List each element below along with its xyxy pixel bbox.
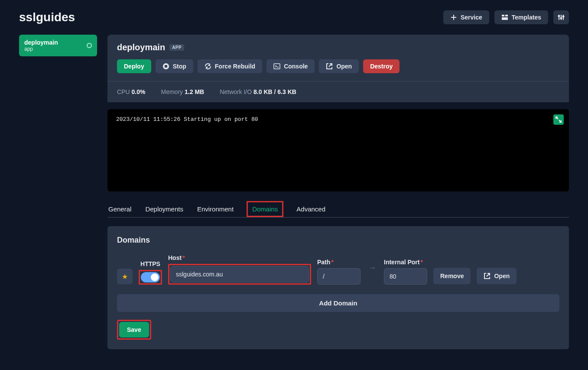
service-button[interactable]: Service bbox=[443, 10, 489, 24]
open-button[interactable]: Open bbox=[319, 59, 359, 73]
network-label: Network I/O bbox=[220, 88, 252, 95]
stop-button[interactable]: Stop bbox=[156, 59, 193, 73]
svg-point-4 bbox=[561, 18, 562, 19]
open-button-label: Open bbox=[336, 63, 352, 70]
cpu-value: 0.0% bbox=[132, 88, 146, 95]
templates-button[interactable]: Templates bbox=[494, 10, 548, 24]
templates-button-label: Templates bbox=[512, 14, 541, 21]
console-output: 2023/10/11 11:55:26 Starting up on port … bbox=[107, 109, 569, 191]
open-domain-button[interactable]: Open bbox=[477, 268, 517, 284]
star-icon: ★ bbox=[122, 273, 128, 281]
network-value: 8.0 KB / 6.3 KB bbox=[253, 88, 296, 95]
save-button[interactable]: Save bbox=[119, 322, 149, 338]
templates-icon bbox=[501, 14, 508, 21]
remove-domain-button[interactable]: Remove bbox=[433, 268, 471, 284]
status-indicator-icon bbox=[87, 43, 92, 48]
tab-environment[interactable]: Environment bbox=[196, 201, 234, 217]
expand-console-button[interactable] bbox=[553, 114, 564, 125]
tab-general[interactable]: General bbox=[107, 201, 132, 217]
app-badge: APP bbox=[169, 44, 184, 51]
host-label: Host* bbox=[168, 254, 311, 261]
sliders-icon bbox=[558, 14, 565, 21]
expand-icon bbox=[555, 116, 562, 123]
stats-bar: CPU0.0% Memory1.2 MB Network I/O8.0 KB /… bbox=[107, 81, 569, 102]
internal-port-input[interactable] bbox=[384, 268, 427, 285]
svg-rect-7 bbox=[165, 65, 167, 68]
tab-deployments[interactable]: Deployments bbox=[144, 201, 184, 217]
force-rebuild-label: Force Rebuild bbox=[215, 63, 255, 70]
svg-rect-0 bbox=[502, 15, 504, 16]
domains-heading: Domains bbox=[117, 236, 559, 245]
path-label: Path* bbox=[317, 259, 361, 266]
console-button-label: Console bbox=[284, 63, 308, 70]
svg-point-5 bbox=[563, 16, 564, 17]
path-input[interactable] bbox=[317, 268, 361, 285]
stop-button-label: Stop bbox=[173, 63, 186, 70]
settings-button[interactable] bbox=[553, 10, 569, 24]
destroy-button[interactable]: Destroy bbox=[363, 59, 400, 73]
https-toggle[interactable] bbox=[141, 272, 160, 282]
tab-advanced[interactable]: Advanced bbox=[296, 201, 326, 217]
sidebar-item-deploymain[interactable]: deploymain app bbox=[19, 35, 97, 56]
cpu-label: CPU bbox=[117, 88, 130, 95]
internal-port-label: Internal Port* bbox=[384, 259, 427, 266]
console-log-line: 2023/10/11 11:55:26 Starting up on port … bbox=[116, 116, 258, 123]
memory-value: 1.2 MB bbox=[185, 88, 204, 95]
tab-domains[interactable]: Domains bbox=[247, 201, 283, 217]
external-link-icon bbox=[326, 63, 333, 70]
console-icon bbox=[273, 63, 280, 70]
rebuild-icon bbox=[205, 63, 211, 70]
external-link-icon bbox=[484, 273, 491, 279]
sidebar-item-type: app bbox=[24, 46, 58, 52]
service-button-label: Service bbox=[461, 14, 482, 21]
console-button[interactable]: Console bbox=[266, 59, 315, 73]
force-rebuild-button[interactable]: Force Rebuild bbox=[198, 59, 262, 73]
sidebar-item-name: deploymain bbox=[24, 39, 58, 46]
open-domain-label: Open bbox=[494, 273, 510, 279]
svg-rect-1 bbox=[505, 15, 508, 16]
svg-point-3 bbox=[559, 16, 560, 17]
toggle-knob-icon bbox=[151, 273, 159, 281]
host-input[interactable] bbox=[170, 266, 309, 282]
svg-rect-2 bbox=[502, 17, 508, 20]
memory-label: Memory bbox=[161, 88, 183, 95]
add-domain-button[interactable]: Add Domain bbox=[117, 294, 559, 312]
arrow-right-icon: → bbox=[367, 263, 378, 273]
https-label: HTTPS bbox=[140, 260, 160, 267]
page-title: sslguides bbox=[19, 10, 75, 24]
favorite-button[interactable]: ★ bbox=[117, 269, 133, 284]
service-name: deploymain bbox=[117, 42, 165, 52]
deploy-button[interactable]: Deploy bbox=[117, 59, 151, 73]
plus-icon bbox=[450, 14, 457, 21]
stop-icon bbox=[162, 63, 169, 70]
